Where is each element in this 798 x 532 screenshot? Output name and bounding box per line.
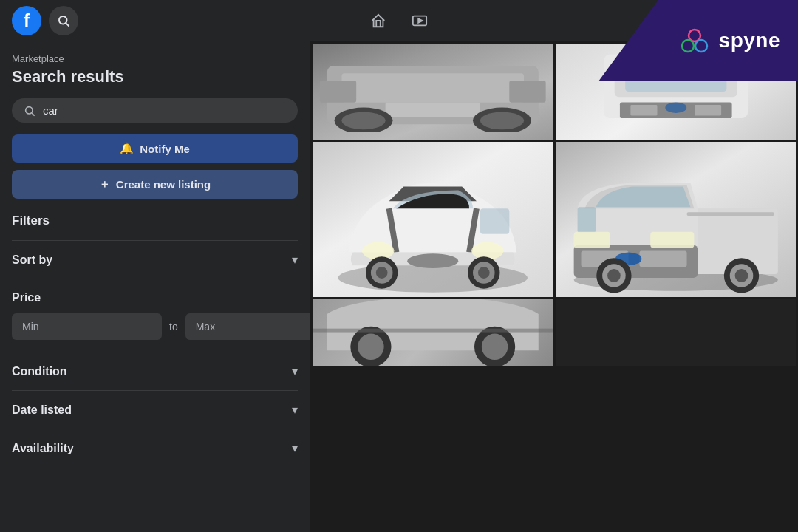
top-navigation: f: [0, 0, 798, 41]
svg-rect-38: [577, 207, 596, 233]
svg-rect-12: [509, 81, 545, 103]
breadcrumb: Marketplace: [12, 53, 298, 64]
car-rear-image: [313, 44, 553, 132]
product-card[interactable]: [313, 142, 553, 297]
sort-by-chevron-icon: ▾: [292, 253, 298, 267]
svg-rect-26: [480, 208, 509, 234]
facebook-logo[interactable]: f: [12, 6, 41, 35]
nav-search-button[interactable]: [49, 6, 78, 35]
svg-rect-10: [341, 73, 524, 102]
sidebar: Marketplace Search results 🔔 Notify Me ＋…: [0, 41, 310, 532]
svg-point-50: [734, 269, 748, 282]
condition-chevron-icon: ▾: [292, 364, 298, 378]
condition-header[interactable]: Condition ▾: [12, 364, 298, 378]
svg-rect-41: [639, 250, 686, 267]
svg-line-1: [66, 23, 69, 26]
svg-point-0: [59, 16, 67, 24]
svg-point-15: [341, 112, 385, 129]
spyne-logo-icon: [678, 26, 712, 55]
product-card[interactable]: [313, 44, 553, 140]
date-listed-section: Date listed ▾: [12, 390, 298, 429]
svg-point-32: [376, 267, 388, 279]
product-card[interactable]: [556, 299, 797, 366]
price-section: Price to: [12, 279, 298, 352]
sort-by-label: Sort by: [12, 253, 52, 267]
svg-point-35: [478, 267, 490, 279]
availability-section: Availability ▾: [12, 429, 298, 467]
svg-point-47: [607, 269, 621, 282]
nav-home-button[interactable]: [361, 3, 396, 38]
price-min-input[interactable]: [12, 313, 162, 340]
svg-rect-51: [686, 212, 774, 216]
condition-section: Condition ▾: [12, 352, 298, 390]
svg-rect-44: [650, 232, 694, 248]
product-area: [310, 41, 798, 532]
svg-point-24: [665, 102, 686, 112]
svg-point-7: [26, 106, 33, 113]
date-listed-chevron-icon: ▾: [292, 403, 298, 417]
mini-cooper-image: [313, 142, 553, 297]
svg-point-29: [471, 242, 503, 260]
svg-rect-22: [630, 105, 657, 115]
svg-rect-23: [695, 105, 721, 115]
plus-icon: ＋: [99, 177, 110, 191]
svg-line-8: [32, 113, 35, 116]
price-to-label: to: [169, 321, 178, 332]
main-content: Marketplace Search results 🔔 Notify Me ＋…: [0, 41, 798, 532]
nav-left: f: [12, 6, 322, 35]
svg-rect-11: [320, 81, 356, 103]
search-icon: [24, 105, 35, 117]
car-partial-bottom-image: [313, 299, 553, 366]
search-bar: [12, 98, 298, 123]
svg-point-6: [695, 40, 707, 52]
nav-center: [361, 3, 437, 38]
spyne-badge: spyne: [598, 0, 798, 81]
svg-point-5: [682, 40, 694, 52]
date-listed-header[interactable]: Date listed ▾: [12, 403, 298, 417]
svg-point-28: [362, 242, 394, 260]
bell-icon: 🔔: [120, 142, 134, 155]
condition-label: Condition: [12, 365, 67, 378]
svg-point-53: [358, 334, 384, 361]
availability-header[interactable]: Availability ▾: [12, 441, 298, 455]
sort-by-section: Sort by ▾: [12, 240, 298, 279]
availability-label: Availability: [12, 442, 74, 455]
nav-video-button[interactable]: [402, 3, 437, 38]
price-inputs: to: [12, 313, 298, 340]
spyne-brand-name: spyne: [719, 29, 780, 52]
svg-rect-13: [386, 103, 480, 117]
svg-rect-56: [313, 329, 553, 332]
notify-me-button[interactable]: 🔔 Notify Me: [12, 134, 298, 163]
svg-point-27: [407, 253, 458, 268]
availability-chevron-icon: ▾: [292, 441, 298, 455]
create-listing-button[interactable]: ＋ Create new listing: [12, 170, 298, 199]
search-input[interactable]: [43, 104, 286, 117]
ford-f150-image: [556, 142, 797, 297]
date-listed-label: Date listed: [12, 403, 72, 417]
svg-rect-43: [573, 232, 610, 248]
product-card[interactable]: [313, 299, 553, 366]
filters-heading: Filters: [12, 214, 298, 228]
product-card[interactable]: [556, 142, 797, 297]
price-label: Price: [12, 291, 298, 304]
svg-point-55: [482, 334, 508, 361]
svg-point-17: [480, 112, 524, 129]
price-max-input[interactable]: [185, 313, 310, 340]
sort-by-header[interactable]: Sort by ▾: [12, 253, 298, 267]
page-title: Search results: [12, 67, 298, 86]
svg-marker-3: [418, 18, 423, 23]
